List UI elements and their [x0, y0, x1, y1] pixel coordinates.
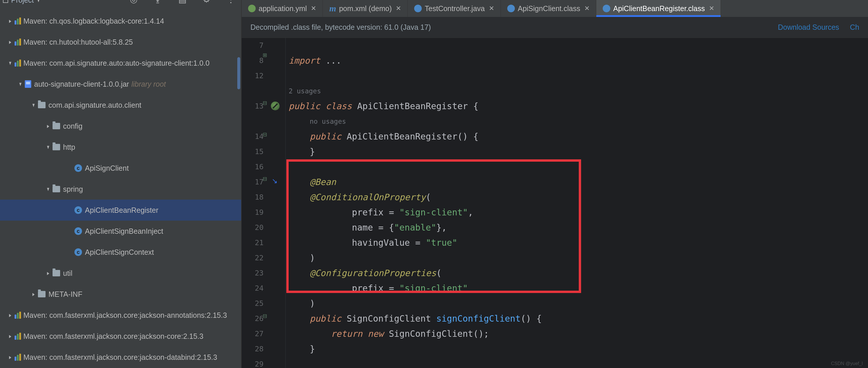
brace-l: { — [389, 222, 394, 233]
tab-label: ApiSignClient.class — [518, 4, 580, 13]
tree-item-label: ApiSignClient — [85, 164, 129, 173]
folder-icon — [38, 291, 45, 297]
tree-item-label: spring — [63, 185, 83, 193]
tree-item[interactable]: ▸META-INF — [0, 284, 241, 305]
chevron-right-icon[interactable]: ▸ — [45, 122, 51, 130]
chevron-down-icon[interactable]: ▾ — [45, 185, 51, 193]
line-number: 26 — [242, 311, 264, 326]
library-root-hint: library root — [131, 80, 166, 88]
usages-hint[interactable]: 2 usages — [289, 84, 868, 99]
project-tree[interactable]: ▸Maven: ch.qos.logback:logback-core:1.4.… — [0, 10, 241, 368]
editor-tab[interactable]: mpom.xml (demo)✕ — [323, 0, 408, 17]
line-number: 29 — [242, 357, 264, 368]
close-icon[interactable]: ✕ — [311, 5, 316, 12]
chevron-right-icon[interactable]: ▸ — [31, 290, 37, 298]
tree-item-label: Maven: com.fasterxml.jackson.core:jackso… — [23, 332, 204, 341]
tree-item[interactable]: ▸config — [0, 116, 241, 136]
tree-scrollbar-thumb[interactable] — [237, 57, 240, 89]
tree-item[interactable]: cApiSignClient — [0, 158, 241, 179]
tree-item[interactable]: cApiClientSignBeanInject — [0, 221, 241, 242]
class-icon: c — [74, 206, 82, 214]
show-icon[interactable]: ▤ — [178, 0, 186, 4]
chevron-down-icon[interactable]: ▾ — [7, 59, 13, 67]
editor-tab[interactable]: ApiSignClient.class✕ — [501, 0, 596, 17]
tree-item[interactable]: cApiClientSignContext — [0, 242, 241, 263]
maven-icon — [14, 38, 21, 45]
tree-item-label: util — [63, 269, 72, 278]
fold-minus-icon[interactable]: ⊟ — [263, 313, 267, 319]
tree-item[interactable]: ▾auto-signature-client-1.0.0.jarlibrary … — [0, 73, 241, 95]
line-number: 13 — [242, 99, 264, 114]
choose-sources-link[interactable]: Ch — [850, 23, 859, 31]
ctor-name: ApiClientBeanRegister — [347, 131, 457, 142]
more-icon[interactable]: ⋮ — [226, 0, 235, 4]
download-sources-link[interactable]: Download Sources — [778, 23, 839, 31]
line-number: 27 — [242, 326, 264, 341]
tree-item[interactable]: ▾com.api.signature.auto.client — [0, 95, 241, 116]
code-content[interactable]: import ... 2 usagespublic class ApiClien… — [286, 38, 868, 368]
project-icon — [3, 0, 8, 3]
line-number: 25 — [242, 296, 264, 311]
chevron-right-icon[interactable]: ▸ — [7, 332, 13, 340]
chevron-right-icon[interactable]: ▸ — [7, 17, 13, 25]
line-number: 21 — [242, 235, 264, 250]
kw-import: import — [289, 56, 320, 66]
folder-icon — [53, 270, 60, 276]
project-label[interactable]: Project ▾ — [3, 0, 40, 4]
fold-plus-icon[interactable]: ⊞ — [263, 52, 267, 58]
tree-item[interactable]: ▾spring — [0, 179, 241, 200]
chevron-right-icon[interactable]: ▸ — [7, 354, 13, 361]
tree-item[interactable]: ▸Maven: cn.hutool:hutool-all:5.8.25 — [0, 32, 241, 53]
close-icon[interactable]: ✕ — [584, 5, 590, 12]
project-sidebar: Project ▾ ◎ ⭳ ▤ ⚙ ⋮ ▸Maven: ch.qos.logba… — [0, 0, 242, 368]
fold-minus-icon[interactable]: ⊟ — [263, 176, 267, 182]
gutter-impl-icon[interactable] — [271, 178, 280, 187]
chevron-down-icon[interactable]: ▾ — [45, 143, 51, 151]
chevron-right-icon[interactable]: ▸ — [7, 311, 13, 319]
brace-close: } — [310, 344, 315, 354]
tree-item[interactable]: ▾http — [0, 136, 241, 158]
line-number: 24 — [242, 281, 264, 296]
fold-minus-icon[interactable]: ⊟ — [263, 131, 267, 138]
project-label-text: Project — [11, 0, 34, 4]
settings-icon[interactable]: ⚙ — [203, 0, 211, 4]
editor-tab[interactable]: application.yml✕ — [242, 0, 323, 17]
close-icon[interactable]: ✕ — [489, 5, 494, 12]
blank-line-29 — [289, 359, 294, 368]
tree-item[interactable]: ▸Maven: com.fasterxml.jackson.core:jacks… — [0, 326, 241, 347]
ann-cfgprops: @ConfigurationProperties — [310, 268, 436, 278]
editor-tab[interactable]: ApiClientBeanRegister.class✕ — [596, 0, 721, 17]
target-icon[interactable]: ◎ — [130, 0, 137, 4]
tree-item[interactable]: ▸Maven: com.fasterxml.jackson.core:jacks… — [0, 347, 241, 368]
cop-having-key: havingValue — [352, 238, 410, 248]
gutter-suppress-icon[interactable] — [271, 101, 280, 110]
tree-item[interactable]: ▸Maven: ch.qos.logback:logback-core:1.4.… — [0, 10, 241, 32]
method-sig: () { — [521, 313, 542, 324]
chevron-right-icon[interactable]: ▸ — [7, 38, 13, 46]
tree-item[interactable]: ▾Maven: com.api.signature.auto:auto-sign… — [0, 53, 241, 73]
download-icon[interactable]: ⭳ — [154, 0, 162, 4]
close-icon[interactable]: ✕ — [709, 5, 714, 12]
chevron-down-icon[interactable]: ▾ — [31, 101, 37, 109]
tree-item-label: Maven: com.fasterxml.jackson.core:jackso… — [23, 311, 227, 319]
tree-item-label: com.api.signature.auto.client — [49, 101, 141, 110]
no-usages-hint[interactable]: no usages — [289, 114, 868, 129]
tree-item-label: Maven: com.fasterxml.jackson.core:jackso… — [23, 353, 217, 362]
maven-icon — [14, 333, 21, 340]
line-number: 20 — [242, 220, 264, 235]
close-icon[interactable]: ✕ — [396, 5, 401, 12]
comma: , — [468, 207, 473, 217]
folder-icon — [53, 144, 60, 150]
tree-item[interactable]: cApiClientBeanRegister — [0, 200, 241, 221]
tree-item[interactable]: ▸Maven: com.fasterxml.jackson.core:jacks… — [0, 305, 241, 326]
fold-minus-icon[interactable]: ⊟ — [263, 100, 267, 106]
cop-name-key: name — [352, 222, 373, 233]
kw-return: return — [331, 329, 363, 339]
chevron-right-icon[interactable]: ▸ — [45, 269, 51, 277]
editor-tab[interactable]: TestController.java✕ — [408, 0, 501, 17]
tree-item-label: ApiClientSignContext — [85, 248, 154, 256]
chevron-down-icon[interactable]: ▾ — [18, 80, 24, 88]
line-number: 8 — [242, 53, 264, 68]
tree-item[interactable]: ▸util — [0, 263, 241, 284]
code-area: 78121314151617181920212223242526272829 ⊞… — [242, 38, 868, 368]
